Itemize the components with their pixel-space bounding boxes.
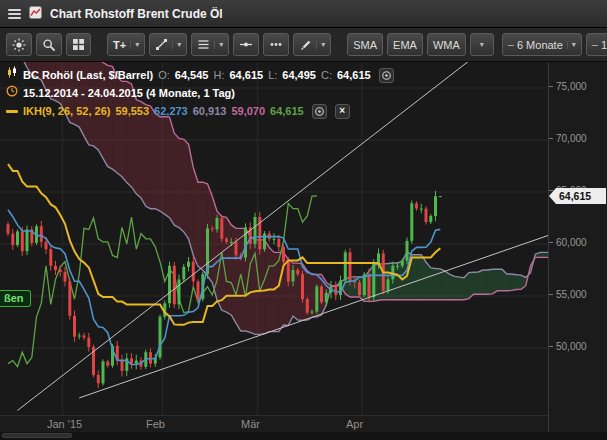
layout-grid-button[interactable] [66, 33, 91, 56]
open-label: O: [158, 66, 170, 84]
price-tick-label: 70,000 [549, 133, 587, 144]
ikh-tenkan-value: 62,273 [154, 102, 188, 120]
horizontal-line-tool-button[interactable] [233, 33, 259, 56]
chevron-down-icon[interactable]: ▾ [130, 41, 139, 49]
ikh-label: IKH(9, 26, 52, 26) [23, 102, 110, 120]
price-tick-label: 75,000 [549, 81, 587, 92]
ema-label: EMA [393, 39, 417, 51]
pencil-tool-button[interactable]: ▾ [293, 33, 331, 56]
high-label: H: [213, 66, 224, 84]
chevron-down-icon: ▾ [567, 41, 576, 49]
period-dropdown-button[interactable]: – 6 Monate ▾ [502, 33, 582, 56]
text-tool-icon: T+ [113, 39, 126, 51]
wma-label: WMA [433, 39, 460, 51]
dotted-line-icon [269, 38, 283, 51]
horizontal-line-icon [239, 38, 253, 51]
chart-window: Chart Rohstoff Brent Crude Öl T+ ▾ ▾ ▾ [0, 0, 607, 440]
low-label: L: [268, 66, 277, 84]
last-price-flag: 64,615 [549, 188, 606, 204]
text-tool-button[interactable]: T+ ▾ [107, 33, 145, 56]
horizontal-scrollbar[interactable] [0, 432, 607, 440]
indicator-dropdown-button[interactable]: ▾ [470, 33, 494, 56]
open-value: 64,545 [175, 66, 209, 84]
last-price-text: 64,615 [559, 190, 591, 202]
dash-icon: – [592, 39, 598, 50]
time-tick-label: Apr [346, 418, 363, 430]
chart-legend: BC Rohöl (Last, $/Barrel) O: 64,545 H: 6… [6, 66, 394, 120]
price-tick-label: 60,000 [549, 237, 587, 248]
trendline-icon [155, 38, 168, 51]
fibonacci-tool-button[interactable]: ▾ [191, 33, 229, 56]
fibonacci-icon [197, 38, 210, 51]
sma-label: SMA [353, 39, 377, 51]
time-axis[interactable]: Jan '15FebMärApr [0, 415, 548, 432]
close-label: C: [321, 66, 332, 84]
sma-button[interactable]: SMA [347, 33, 383, 56]
instrument-name: BC Rohöl (Last, $/Barrel) [23, 66, 153, 84]
interval-label: 1 Tag [601, 39, 607, 51]
ikh-color-swatch [6, 110, 18, 113]
chevron-down-icon[interactable]: ▾ [214, 41, 223, 49]
remove-indicator-button[interactable]: × [335, 104, 350, 119]
display-settings-button[interactable] [6, 33, 32, 56]
pencil-icon [299, 38, 312, 51]
chart-region: BC Rohöl (Last, $/Barrel) O: 64,545 H: 6… [0, 62, 607, 440]
chevron-down-icon[interactable]: ▾ [172, 41, 181, 49]
clock-icon [6, 84, 18, 102]
chevron-down-icon: ▾ [480, 41, 484, 49]
title-bar: Chart Rohstoff Brent Crude Öl [0, 0, 607, 28]
toolbar: T+ ▾ ▾ ▾ ▾ SMA EMA WMA ▾ – 6 Monate [0, 28, 607, 62]
dash-icon: – [508, 39, 514, 50]
price-tick-label: 50,000 [549, 341, 587, 352]
ikh-senkou-b-value: 59,070 [231, 102, 265, 120]
ikh-senkou-a-value: 60,913 [193, 102, 227, 120]
dotted-line-tool-button[interactable] [263, 33, 289, 56]
ema-button[interactable]: EMA [387, 33, 423, 56]
instrument-icon [29, 5, 42, 23]
time-tick-label: Jan '15 [47, 418, 82, 430]
high-value: 64,615 [229, 66, 263, 84]
clipped-tooltip: ßen [0, 290, 31, 307]
visibility-toggle-button[interactable] [312, 104, 327, 119]
legend-row-daterange: 15.12.2014 - 24.04.2015 (4 Monate, 1 Tag… [6, 84, 394, 102]
legend-row-instrument: BC Rohöl (Last, $/Barrel) O: 64,545 H: 6… [6, 66, 394, 84]
menu-icon[interactable] [8, 9, 21, 19]
low-value: 64,495 [282, 66, 316, 84]
ikh-kijun-value: 59,553 [115, 102, 149, 120]
series-type-icon [6, 66, 18, 84]
close-value: 64,615 [337, 66, 371, 84]
date-range-text: 15.12.2014 - 24.04.2015 (4 Monate, 1 Tag… [23, 84, 235, 102]
search-icon [42, 38, 56, 52]
window-title: Chart Rohstoff Brent Crude Öl [50, 7, 223, 21]
time-tick-label: Feb [146, 418, 165, 430]
chevron-down-icon[interactable]: ▾ [316, 41, 325, 49]
scrollbar-thumb[interactable] [2, 433, 72, 438]
visibility-toggle-button[interactable] [379, 68, 394, 83]
legend-row-ichimoku: IKH(9, 26, 52, 26) 59,553 62,273 60,913 … [6, 102, 394, 120]
price-tick-label: 55,000 [549, 289, 587, 300]
interval-dropdown-button[interactable]: – 1 Tag ▾ [586, 33, 607, 56]
time-tick-label: Mär [241, 418, 260, 430]
brightness-icon [12, 38, 26, 52]
price-axis[interactable]: 75,00070,00065,00060,00055,00050,000 64,… [548, 62, 607, 432]
period-label: 6 Monate [517, 39, 563, 51]
wma-button[interactable]: WMA [427, 33, 466, 56]
trendline-tool-button[interactable]: ▾ [149, 33, 187, 56]
zoom-button[interactable] [36, 33, 62, 56]
grid-icon [72, 38, 85, 51]
ikh-chikou-value: 64,615 [270, 102, 304, 120]
